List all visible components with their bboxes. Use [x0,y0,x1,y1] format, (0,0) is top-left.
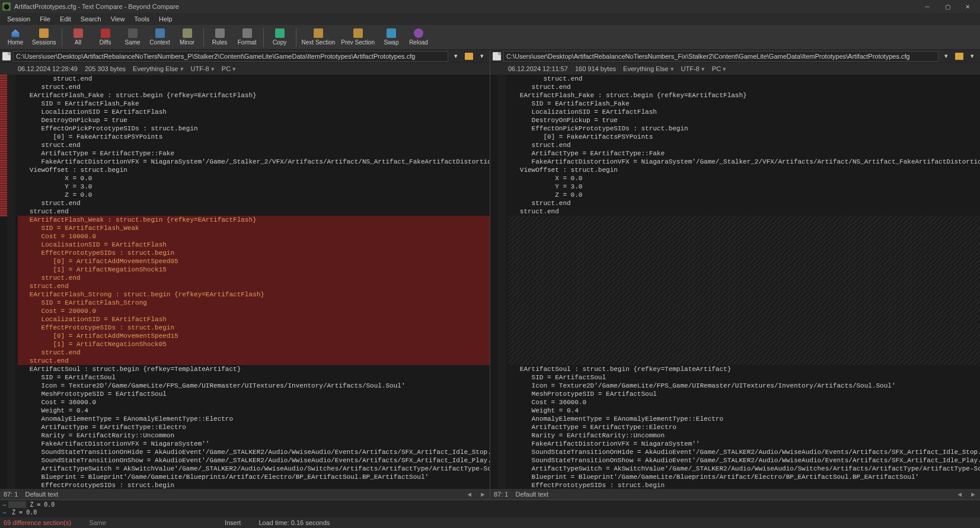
thumb-diff-mark[interactable] [0,82,7,83]
thumb-diff-mark[interactable] [0,142,7,143]
code-line[interactable] [508,357,980,365]
code-line[interactable]: FakeArtifactDistortionVFX = NiagaraSyste… [508,158,980,166]
code-line[interactable]: struct.end [18,357,490,365]
thumb-diff-mark[interactable] [0,208,7,209]
thumb-diff-mark[interactable] [0,112,7,113]
thumb-diff-mark[interactable] [0,199,7,200]
code-line[interactable]: struct.end [18,75,490,83]
menu-edit[interactable]: Edit [55,15,76,23]
center-thumbnail[interactable] [490,75,497,489]
thumb-diff-mark[interactable] [0,76,7,78]
code-line[interactable]: EffectOnPickPrototypeSIDs : struct.begin [508,124,980,133]
toolbar-rules[interactable]: Rules [207,25,233,49]
code-line[interactable]: Y = 3.0 [18,183,490,191]
code-line[interactable]: EArtifactSoul : struct.begin {refkey=Tem… [18,365,490,373]
thumb-diff-mark[interactable] [0,180,7,181]
code-line[interactable]: ViewOffset : struct.begin [508,166,980,174]
code-line[interactable]: EArtifactFlash_Fake : struct.begin {refk… [508,91,980,100]
code-line[interactable]: Weight = 0.4 [18,407,490,415]
thumb-diff-mark[interactable] [0,110,7,111]
code-line[interactable]: FakeArtifactDistortionVFX = NiagaraSyste… [508,440,980,448]
thumb-diff-mark[interactable] [0,176,7,177]
menu-view[interactable]: View [106,15,130,23]
code-line[interactable]: FakeArtifactDistortionVFX = NiagaraSyste… [18,158,490,166]
code-line[interactable] [508,224,980,232]
code-line[interactable]: Z = 0.0 [18,191,490,199]
thumb-diff-mark[interactable] [0,178,7,179]
code-line[interactable] [508,332,980,340]
thumb-diff-mark[interactable] [0,210,7,211]
code-line[interactable] [508,257,980,265]
thumb-diff-mark[interactable] [0,140,7,142]
code-line[interactable]: SID = EArtifactFlash_Fake [18,100,490,108]
left-scroll-right[interactable]: ► [480,491,486,498]
thumb-diff-mark[interactable] [0,164,7,165]
code-line[interactable]: struct.end [18,348,490,357]
thumb-diff-mark[interactable] [0,78,7,79]
code-line[interactable]: SID = EArtifactSoul [18,373,490,382]
menu-help[interactable]: Help [154,15,177,23]
maximize-button[interactable]: ▢ [937,0,957,13]
code-line[interactable]: AnomalyElementType = EAnomalyElementType… [18,415,490,423]
right-scroll-left[interactable]: ◄ [956,491,963,498]
thumb-diff-mark[interactable] [0,91,7,92]
code-line[interactable]: Rarity = EArtifactRarity::Uncommon [508,431,980,440]
thumb-diff-mark[interactable] [0,117,7,119]
thumb-diff-mark[interactable] [0,212,7,213]
thumb-diff-mark[interactable] [0,183,7,184]
code-line[interactable]: Weight = 0.4 [508,407,980,415]
code-line[interactable]: struct.end [18,274,490,282]
code-line[interactable]: EArtifactFlash_Fake : struct.begin {refk… [18,91,490,100]
thumb-diff-mark[interactable] [0,84,7,85]
code-line[interactable] [508,274,980,282]
menu-session[interactable]: Session [2,15,35,23]
code-line[interactable]: SoundStateTransitionOnHide = AkAudioEven… [18,448,490,456]
thumb-diff-mark[interactable] [0,192,7,193]
code-line[interactable]: ArtifactTypeSwitch = AkSwitchValue'/Game… [18,465,490,473]
thumb-diff-mark[interactable] [0,185,7,186]
thumb-diff-mark[interactable] [0,149,7,151]
code-line[interactable]: MeshPrototypeSID = EArtifactSoul [508,390,980,398]
code-line[interactable]: Cost = 36000.0 [508,398,980,407]
code-line[interactable]: struct.end [508,141,980,149]
thumb-diff-mark[interactable] [0,126,7,127]
thumb-diff-mark[interactable] [0,137,7,138]
code-line[interactable]: EArtifactFlash_Weak : struct.begin {refk… [18,216,490,224]
thumb-diff-mark[interactable] [0,171,7,172]
thumb-diff-mark[interactable] [0,128,7,129]
right-path-input[interactable] [503,51,938,62]
code-line[interactable]: SoundStateTransitionOnShow = AkAudioEven… [18,456,490,465]
code-line[interactable]: Icon = Texture2D'/Game/GameLite/FPS_Game… [508,382,980,390]
thumb-diff-mark[interactable] [0,87,7,88]
code-line[interactable]: X = 0.0 [508,174,980,183]
toolbar-reload[interactable]: Reload [406,25,432,49]
code-line[interactable]: SoundStateTransitionOnHide = AkAudioEven… [508,448,980,456]
thumb-diff-mark[interactable] [0,133,7,135]
left-pane[interactable]: struct.end struct.end EArtifactFlash_Fak… [15,75,490,489]
code-line[interactable]: LocalizationSID = EArtifactFlash [18,108,490,116]
code-line[interactable]: [1] = ArtifactNegationShock15 [18,265,490,274]
thumb-diff-mark[interactable] [0,213,7,215]
code-line[interactable]: ArtifactType = EArtifactType::Fake [18,149,490,158]
menu-file[interactable]: File [35,15,55,23]
thumb-diff-mark[interactable] [0,187,7,188]
code-line[interactable] [508,241,980,249]
code-line[interactable]: struct.end [18,199,490,207]
code-line[interactable] [508,282,980,290]
code-line[interactable]: Cost = 10000.0 [18,232,490,241]
code-line[interactable] [508,340,980,348]
code-line[interactable]: struct.end [18,83,490,91]
code-line[interactable]: Icon = Texture2D'/Game/GameLite/FPS_Game… [18,382,490,390]
code-line[interactable]: struct.end [508,75,980,83]
thumb-diff-mark[interactable] [0,169,7,170]
code-line[interactable]: SID = EArtifactFlash_Weak [18,224,490,232]
toolbar-minor[interactable]: Minor [174,25,200,49]
thumb-diff-mark[interactable] [0,114,7,115]
thumb-diff-mark[interactable] [0,204,7,206]
code-line[interactable] [508,232,980,241]
code-line[interactable]: DestroyOnPickup = true [18,116,490,124]
code-line[interactable]: FakeArtifactDistortionVFX = NiagaraSyste… [18,440,490,448]
thumb-diff-mark[interactable] [0,146,7,147]
thumb-diff-mark[interactable] [0,94,7,95]
thumb-diff-mark[interactable] [0,215,7,216]
